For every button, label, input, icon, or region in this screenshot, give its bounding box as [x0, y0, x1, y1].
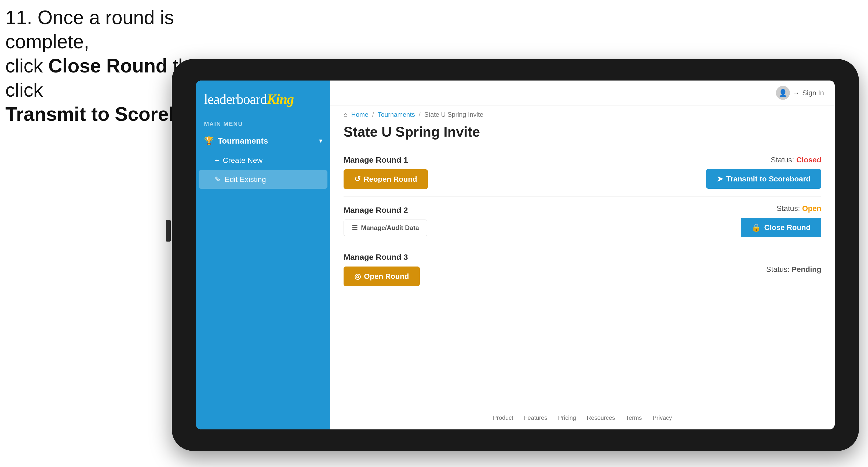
close-round-label: Close Round [764, 223, 811, 232]
edit-existing-label: Edit Existing [225, 175, 266, 184]
logo-king: King [267, 92, 293, 107]
top-bar: 👤 → Sign In [330, 81, 835, 105]
reopen-round-button[interactable]: ↺ Reopen Round [344, 169, 428, 189]
main-content: 👤 → Sign In ⌂ Home / Tournaments / State… [330, 81, 835, 429]
rounds-container: Manage Round 1 ↺ Reopen Round Status: Cl… [330, 148, 835, 294]
breadcrumb-sep-2: / [419, 111, 421, 118]
round-row-1: Manage Round 1 ↺ Reopen Round Status: Cl… [344, 148, 821, 197]
close-round-button[interactable]: 🔒 Close Round [741, 218, 821, 237]
tablet-frame: leaderboardKing MAIN MENU 🏆 Tournaments … [172, 59, 859, 451]
round-3-left: Manage Round 3 ◎ Open Round [344, 253, 420, 286]
round-3-label: Manage Round 3 [344, 253, 420, 262]
open-round-button[interactable]: ◎ Open Round [344, 267, 420, 286]
footer-resources[interactable]: Resources [587, 414, 615, 422]
audit-icon: ☰ [352, 224, 358, 231]
tournaments-label: Tournaments [218, 136, 268, 146]
plus-icon: + [215, 156, 219, 165]
reopen-icon: ↺ [354, 175, 361, 184]
footer-product[interactable]: Product [493, 414, 513, 422]
page-title: State U Spring Invite [330, 121, 835, 148]
tablet-screen: leaderboardKing MAIN MENU 🏆 Tournaments … [196, 81, 835, 429]
trophy-icon: 🏆 [204, 136, 214, 146]
manage-audit-data-button[interactable]: ☰ Manage/Audit Data [344, 220, 427, 236]
round-2-status-value: Open [802, 204, 821, 213]
round-3-status: Status: Pending [766, 265, 821, 274]
breadcrumb-home[interactable]: Home [351, 111, 369, 118]
breadcrumb-sep-1: / [372, 111, 374, 118]
footer-terms[interactable]: Terms [626, 414, 642, 422]
logo: leaderboardKing [204, 91, 322, 107]
round-2-label: Manage Round 2 [344, 206, 427, 215]
open-icon: ◎ [354, 272, 361, 281]
transmit-to-scoreboard-button[interactable]: ➤ Transmit to Scoreboard [706, 169, 821, 189]
logo-leaderboard: leaderboard [204, 92, 267, 107]
sidebar-item-create-new[interactable]: + Create New [196, 151, 330, 169]
round-1-left: Manage Round 1 ↺ Reopen Round [344, 155, 428, 189]
round-3-right: Status: Pending [766, 265, 821, 274]
sign-in-button[interactable]: 👤 → Sign In [776, 86, 824, 100]
open-round-label: Open Round [364, 272, 409, 281]
create-new-label: Create New [223, 156, 262, 165]
round-1-right: Status: Closed ➤ Transmit to Scoreboard [706, 156, 821, 189]
round-3-status-value: Pending [792, 265, 821, 274]
sidebar-item-edit-existing[interactable]: ✎ Edit Existing [198, 170, 328, 189]
round-2-status: Status: Open [777, 204, 822, 213]
round-1-status-value: Closed [796, 156, 821, 164]
sidebar-item-tournaments[interactable]: 🏆 Tournaments ▾ [196, 130, 330, 151]
manage-audit-label: Manage/Audit Data [361, 224, 419, 231]
user-icon: 👤 [779, 89, 787, 97]
sign-in-label: Sign In [802, 89, 824, 97]
edit-icon: ✎ [215, 175, 221, 184]
footer-pricing[interactable]: Pricing [558, 414, 576, 422]
home-icon: ⌂ [344, 111, 348, 118]
round-1-status: Status: Closed [771, 156, 821, 164]
footer-features[interactable]: Features [524, 414, 547, 422]
transmit-icon: ➤ [717, 175, 723, 183]
reopen-round-label: Reopen Round [364, 175, 417, 184]
round-2-right: Status: Open 🔒 Close Round [741, 204, 821, 237]
breadcrumb-current: State U Spring Invite [424, 111, 484, 118]
logo-area: leaderboardKing [196, 81, 330, 115]
round-row-3: Manage Round 3 ◎ Open Round Status: Pend… [344, 245, 821, 294]
main-menu-label: MAIN MENU [196, 115, 330, 130]
round-1-label: Manage Round 1 [344, 155, 428, 164]
breadcrumb: ⌂ Home / Tournaments / State U Spring In… [330, 105, 835, 121]
tablet-side-button [166, 220, 171, 242]
chevron-down-icon: ▾ [319, 137, 322, 145]
footer: Product Features Pricing Resources Terms… [330, 406, 835, 429]
footer-privacy[interactable]: Privacy [652, 414, 672, 422]
sidebar: leaderboardKing MAIN MENU 🏆 Tournaments … [196, 81, 330, 429]
transmit-label: Transmit to Scoreboard [726, 175, 811, 183]
close-icon: 🔒 [751, 223, 761, 232]
sign-in-arrow-icon: → [793, 89, 800, 97]
round-2-left: Manage Round 2 ☰ Manage/Audit Data [344, 206, 427, 236]
breadcrumb-tournaments[interactable]: Tournaments [378, 111, 415, 118]
avatar: 👤 [776, 86, 790, 100]
round-row-2: Manage Round 2 ☰ Manage/Audit Data Statu… [344, 197, 821, 245]
